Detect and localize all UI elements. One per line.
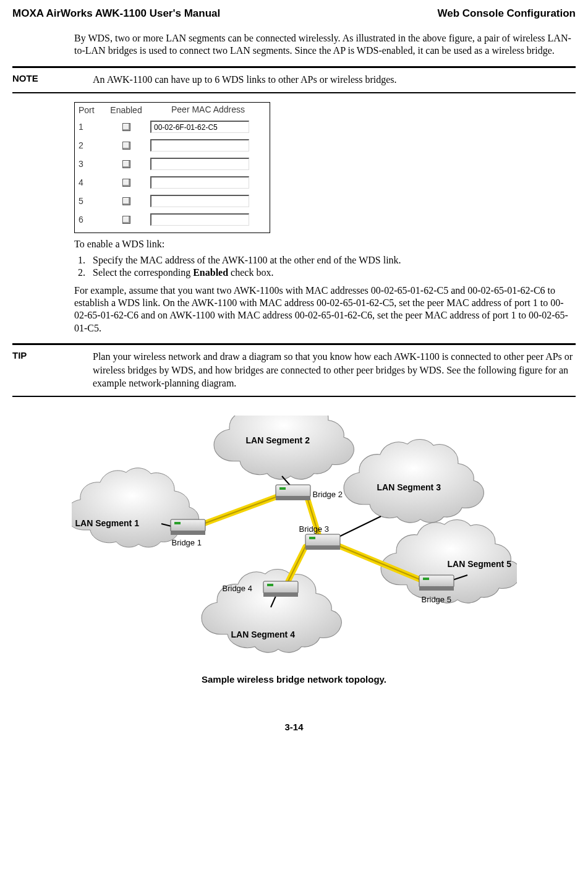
port-row-number: 6 bbox=[79, 215, 102, 224]
label-bridge-2: Bridge 2 bbox=[313, 490, 343, 499]
tip-bottom-rule bbox=[12, 396, 576, 397]
label-lan-seg-2: LAN Segment 2 bbox=[246, 435, 310, 445]
step-1: Specify the MAC address of the AWK-1100 … bbox=[88, 255, 572, 266]
label-lan-seg-3: LAN Segment 3 bbox=[377, 482, 441, 492]
intro-paragraph: By WDS, two or more LAN segments can be … bbox=[74, 32, 572, 58]
peer-mac-input[interactable] bbox=[150, 158, 249, 170]
label-bridge-5: Bridge 5 bbox=[422, 595, 451, 604]
svg-rect-16 bbox=[276, 485, 310, 497]
note-top-rule bbox=[12, 66, 576, 68]
svg-rect-21 bbox=[309, 537, 315, 539]
svg-rect-27 bbox=[423, 578, 429, 580]
port-table-col-port: Port bbox=[79, 105, 102, 115]
svg-rect-18 bbox=[279, 487, 286, 490]
svg-rect-26 bbox=[419, 586, 454, 591]
port-row-number: 1 bbox=[79, 122, 102, 132]
port-row: 4 bbox=[79, 173, 266, 192]
svg-rect-17 bbox=[276, 496, 310, 500]
port-row-number: 5 bbox=[79, 196, 102, 206]
step-2-post: check box. bbox=[228, 267, 273, 278]
svg-rect-13 bbox=[171, 519, 205, 532]
note-label: NOTE bbox=[12, 73, 38, 83]
peer-mac-input[interactable] bbox=[150, 121, 249, 133]
svg-line-10 bbox=[336, 516, 381, 538]
port-table-col-mac: Peer MAC Address bbox=[150, 105, 266, 114]
topology-diagram: LAN Segment 1 LAN Segment 2 LAN Segment … bbox=[72, 416, 517, 657]
svg-rect-22 bbox=[263, 581, 298, 594]
step-2: Select the corresponding Enabled check b… bbox=[88, 267, 572, 278]
header-right: Web Console Configuration bbox=[437, 7, 576, 20]
peer-mac-input[interactable] bbox=[150, 213, 249, 226]
port-row: 1 bbox=[79, 117, 266, 136]
svg-rect-19 bbox=[305, 534, 340, 547]
port-row-number: 2 bbox=[79, 140, 102, 150]
label-lan-seg-5: LAN Segment 5 bbox=[448, 559, 511, 569]
port-table-figure: Port Enabled Peer MAC Address 1 2 3 4 bbox=[74, 102, 270, 233]
note-bottom-rule bbox=[12, 92, 576, 93]
tip-text: Plan your wireless network and draw a di… bbox=[93, 350, 576, 389]
port-enabled-checkbox[interactable] bbox=[122, 216, 130, 224]
label-lan-seg-1: LAN Segment 1 bbox=[75, 518, 139, 528]
port-row-number: 3 bbox=[79, 159, 102, 169]
figure-caption: Sample wireless bridge network topology. bbox=[12, 674, 576, 685]
port-enabled-checkbox[interactable] bbox=[122, 142, 130, 150]
step-2-pre: Select the corresponding bbox=[93, 267, 193, 278]
note-text: An AWK-1100 can have up to 6 WDS links t… bbox=[93, 73, 576, 86]
label-bridge-3: Bridge 3 bbox=[299, 524, 329, 534]
port-table-col-enabled: Enabled bbox=[102, 105, 150, 115]
svg-rect-20 bbox=[305, 545, 340, 550]
peer-mac-input[interactable] bbox=[150, 176, 249, 189]
port-enabled-checkbox[interactable] bbox=[122, 123, 130, 131]
port-row: 5 bbox=[79, 192, 266, 210]
svg-rect-24 bbox=[267, 584, 273, 586]
peer-mac-input[interactable] bbox=[150, 139, 249, 152]
step-2-bold: Enabled bbox=[193, 267, 228, 278]
example-paragraph: For example, assume that you want two AW… bbox=[74, 284, 572, 335]
svg-line-4 bbox=[198, 496, 279, 526]
port-row: 2 bbox=[79, 136, 266, 155]
tip-label: TIP bbox=[12, 350, 27, 361]
header-left: MOXA AirWorks AWK-1100 User's Manual bbox=[12, 7, 220, 20]
port-row: 6 bbox=[79, 210, 266, 229]
label-lan-seg-4: LAN Segment 4 bbox=[231, 630, 295, 639]
port-enabled-checkbox[interactable] bbox=[122, 197, 130, 205]
peer-mac-input[interactable] bbox=[150, 195, 249, 207]
svg-rect-15 bbox=[174, 522, 181, 524]
label-bridge-4: Bridge 4 bbox=[223, 584, 252, 593]
svg-rect-14 bbox=[171, 531, 205, 535]
svg-rect-25 bbox=[419, 575, 454, 587]
enable-intro: To enable a WDS link: bbox=[74, 238, 572, 250]
port-row-number: 4 bbox=[79, 177, 102, 187]
svg-rect-23 bbox=[263, 592, 298, 597]
tip-top-rule bbox=[12, 343, 576, 345]
label-bridge-1: Bridge 1 bbox=[172, 538, 202, 547]
page-number: 3-14 bbox=[12, 722, 576, 732]
port-enabled-checkbox[interactable] bbox=[122, 179, 130, 187]
port-enabled-checkbox[interactable] bbox=[122, 160, 130, 168]
port-row: 3 bbox=[79, 155, 266, 173]
